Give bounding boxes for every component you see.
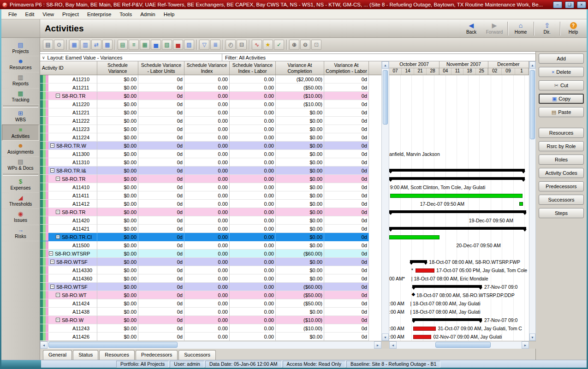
table-hscrollbar[interactable]: ◄ ► xyxy=(40,341,381,349)
resource-usage-spreadsheet-button[interactable]: ▧ xyxy=(162,40,172,50)
table-vscroll-thumb[interactable] xyxy=(383,70,388,125)
title-bar[interactable]: P Primavera P6 : S8-RO, Bay Main, BE Mai… xyxy=(0,0,588,9)
delete-button[interactable]: ×Delete xyxy=(539,67,584,77)
add-button[interactable]: Add xyxy=(539,54,584,64)
group-row[interactable]: −S8-RO.WTSF$0.000d0.000.00($60.00)0d xyxy=(40,283,381,291)
paste-button[interactable]: ▤Paste xyxy=(539,107,584,117)
menu-tools[interactable]: Tools xyxy=(115,11,136,18)
spreadsheet-view-button[interactable]: ▦ xyxy=(69,40,79,50)
bars-button[interactable]: ≡ xyxy=(129,40,139,50)
level-resources-button[interactable]: ⊟ xyxy=(237,40,247,50)
copy-button[interactable]: ▣Copy xyxy=(539,94,584,104)
group-row[interactable]: −S8-RO.W$0.000d0.000.00($10.00)0d xyxy=(40,316,381,324)
group-row[interactable]: −S8-RO.WTSF$0.000d0.000.00$0.000d xyxy=(40,258,381,266)
columns-button[interactable]: ▤ xyxy=(118,40,128,50)
menu-file[interactable]: File xyxy=(4,11,21,18)
group-row[interactable]: −S8-RO.TR$0.000d0.000.00($10.00)0d xyxy=(40,92,381,100)
roles-button[interactable]: Roles xyxy=(539,155,584,165)
tab-status[interactable]: Status xyxy=(73,350,98,360)
successors-button[interactable]: Successors xyxy=(539,195,584,205)
column-header-variance-at[interactable]: Variance At Completion xyxy=(276,61,324,75)
column-header-schedule[interactable]: Schedule Variance xyxy=(97,61,138,75)
table-row[interactable]: A11420$0.000d0.000.00$0.000d xyxy=(40,216,381,225)
menu-project[interactable]: Project xyxy=(58,11,83,18)
steps-button[interactable]: Steps xyxy=(539,208,584,218)
activity-bar[interactable] xyxy=(390,194,523,198)
scroll-right-icon[interactable]: ► xyxy=(374,341,381,349)
table-row[interactable]: A11243$0.000d0.000.00($10.00)0d xyxy=(40,324,381,333)
activity-details-button[interactable]: ▨ xyxy=(184,40,194,50)
table-row[interactable]: A11310$0.000d0.000.00$0.000d xyxy=(40,158,381,167)
group-row[interactable]: −S8-RO.TR$0.000d0.000.00$0.000d xyxy=(40,208,381,216)
table-vscrollbar[interactable]: ▲ ▼ xyxy=(381,61,389,341)
progress-line-button[interactable]: ∿ xyxy=(252,40,262,50)
summary-bar[interactable] xyxy=(410,260,427,263)
sidebar-item-projects[interactable]: ▤Projects xyxy=(2,40,39,56)
column-header-variance-at[interactable]: Variance At Completion - Labor xyxy=(324,61,369,75)
table-hscroll-thumb[interactable] xyxy=(48,342,178,348)
collapse-toggle[interactable]: − xyxy=(56,94,60,98)
gantt-hscrollbar[interactable]: ◄ ► xyxy=(389,341,529,349)
activity-usage-profile-button[interactable]: ▅ xyxy=(151,40,161,50)
scroll-right-icon[interactable]: ► xyxy=(522,341,529,349)
scroll-left-icon[interactable]: ◄ xyxy=(40,341,48,349)
table-row[interactable]: A11410$0.000d0.000.00$0.000d xyxy=(40,183,381,191)
cut-button[interactable]: ✂Cut xyxy=(539,80,584,90)
collapse-toggle[interactable]: − xyxy=(49,251,53,256)
activity-usage-spreadsheet-button[interactable]: ▦ xyxy=(140,40,150,50)
update-progress-button[interactable]: ✓ xyxy=(274,40,284,50)
group-row[interactable]: −S8-RO.TR.I&$0.000d0.000.00$0.000d xyxy=(40,167,381,175)
layout-selector[interactable]: ∨ Layout: Earned Value - Variances xyxy=(40,54,222,61)
table-row[interactable]: A114360$0.000d0.000.00$0.000d xyxy=(40,274,381,283)
sidebar-item-wps-docs[interactable]: ▤WPs & Docs xyxy=(2,157,39,173)
collapse-toggle[interactable]: − xyxy=(56,318,60,322)
gantt-view-button[interactable]: ▥ xyxy=(80,40,90,50)
sidebar-item-risks[interactable]: →Risks xyxy=(2,225,39,241)
filter-selector[interactable]: Filter: All Activities xyxy=(222,54,535,61)
gantt-timeline[interactable]: October 200707142128November 20070411182… xyxy=(389,61,529,75)
menu-edit[interactable]: Edit xyxy=(21,11,39,18)
table-row[interactable]: A11421$0.000d0.000.00$0.000d xyxy=(40,225,381,233)
column-header-schedule-variance[interactable]: Schedule Variance - Labor Units xyxy=(138,61,184,75)
table-row[interactable]: A11210$0.000d0.000.00($2,000.00)0d xyxy=(40,75,381,83)
group-row[interactable]: −S8-RO.TR.CI$0.000d0.000.00$0.000d xyxy=(40,233,381,241)
print-preview-button[interactable]: ⊙ xyxy=(54,40,64,50)
sidebar-item-thresholds[interactable]: ◢Thresholds xyxy=(2,193,39,209)
menu-view[interactable]: View xyxy=(38,11,58,18)
zoom-in-button[interactable]: ⊕ xyxy=(289,40,299,50)
group-row[interactable]: −S8-RO.WTSRP$0.000d0.000.00($60.00)0d xyxy=(40,250,381,258)
summary-bar[interactable] xyxy=(389,227,526,230)
gantt-vscrollbar[interactable]: ▲ ▼ xyxy=(529,61,536,341)
sidebar-item-assignments[interactable]: ☻Assignments xyxy=(2,141,39,157)
menu-help[interactable]: Help xyxy=(160,11,179,18)
activity-bar[interactable] xyxy=(389,235,440,239)
table-row[interactable]: A11220$0.000d0.000.00($10.00)0d xyxy=(40,100,381,108)
critical-bar[interactable] xyxy=(416,268,435,273)
collapse-toggle[interactable]: − xyxy=(56,293,60,297)
summary-bar[interactable] xyxy=(389,210,526,213)
collapse-toggle[interactable]: − xyxy=(56,210,60,214)
column-header-schedule-variance[interactable]: Schedule Variance Index xyxy=(184,61,230,75)
tab-general[interactable]: General xyxy=(43,350,72,360)
collapse-toggle[interactable]: − xyxy=(50,143,54,148)
table-row[interactable]: A11224$0.000d0.000.00$0.000d xyxy=(40,133,381,142)
gantt-hscroll-thumb[interactable] xyxy=(435,342,491,348)
progress-spotlight-button[interactable]: ★ xyxy=(263,40,273,50)
table-row[interactable]: A11411$0.000d0.000.00$0.000d xyxy=(40,191,381,200)
column-header-activity-id[interactable]: Activity ID xyxy=(40,61,97,75)
trace-logic-view-button[interactable]: ⇄ xyxy=(91,40,101,50)
table-row[interactable]: A11223$0.000d0.000.00$0.000d xyxy=(40,125,381,133)
predecessors-button[interactable]: Predecessors xyxy=(539,181,584,191)
scroll-down-icon[interactable]: ▼ xyxy=(529,333,535,341)
nav-forward-button[interactable]: ▶Forward xyxy=(483,20,506,37)
table-row[interactable]: A11412$0.000d0.000.00$0.000d xyxy=(40,200,381,208)
nav-back-button[interactable]: ◀Back xyxy=(460,20,483,37)
summary-bar[interactable] xyxy=(412,318,482,321)
milestone-icon[interactable]: ◆ xyxy=(411,292,415,297)
sidebar-item-resources[interactable]: ☻Resources xyxy=(2,56,39,72)
sidebar-item-tracking[interactable]: ▦Tracking xyxy=(2,89,39,105)
print-button[interactable]: ▤ xyxy=(43,40,53,50)
scroll-up-icon[interactable]: ▲ xyxy=(382,61,389,69)
collapse-toggle[interactable]: − xyxy=(50,260,54,264)
tab-predecessors[interactable]: Predecessors xyxy=(136,350,178,360)
